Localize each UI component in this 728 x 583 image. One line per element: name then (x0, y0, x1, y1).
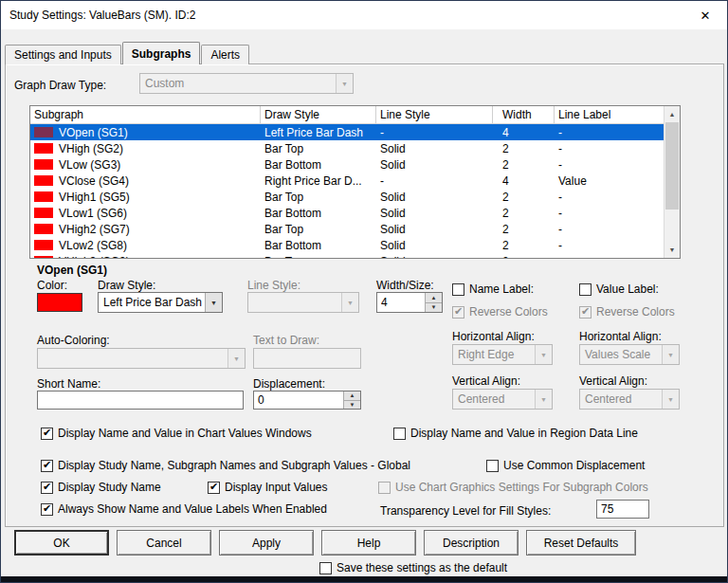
cancel-button[interactable]: Cancel (117, 530, 211, 556)
table-row[interactable]: VLow1 (SG6)Bar BottomSolid2- (30, 205, 680, 221)
table-row[interactable]: VHigh3 (SG9)Bar TopSolid2- (30, 253, 680, 259)
use-common-displacement-text: Use Common Displacement (503, 459, 645, 472)
scroll-up-icon: ▲ (669, 111, 676, 118)
close-button[interactable]: ✕ (683, 1, 727, 29)
value-horizontal-align-select: Values Scale ▼ (579, 344, 680, 365)
use-common-displacement-checkbox[interactable]: ✔ Use Common Displacement (486, 459, 645, 472)
chevron-down-icon: ▼ (535, 390, 552, 409)
ok-button[interactable]: OK (14, 530, 109, 556)
reset-defaults-button[interactable]: Reset Defaults (526, 530, 636, 556)
width-size-spinner[interactable]: ▲ ▼ (376, 292, 443, 313)
checkbox-box: ✔ (486, 460, 499, 472)
subgraph-color-swatch (34, 159, 53, 170)
column-header-line-label[interactable]: Line Label (555, 106, 665, 123)
column-header-draw-style[interactable]: Draw Style (261, 106, 376, 123)
apply-button[interactable]: Apply (219, 530, 314, 556)
column-header-line-style[interactable]: Line Style (376, 106, 493, 123)
tab-subgraphs[interactable]: Subgraphs (122, 42, 201, 64)
always-show-labels-checkbox[interactable]: ✔ Always Show Name and Value Labels When… (41, 502, 327, 516)
spin-up-button[interactable]: ▲ (426, 293, 442, 302)
cell-width: 2 (493, 156, 555, 173)
value-label-text: Value Label: (596, 282, 659, 296)
table-row[interactable]: VLow2 (SG8)Bar BottomSolid2- (30, 237, 680, 253)
subgraph-color-swatch (34, 240, 53, 250)
displacement-spinner[interactable]: ▲ ▼ (253, 391, 361, 410)
cell-line-style: Solid (376, 140, 493, 156)
checkbox-box: ✔ (41, 503, 53, 516)
checkbox-box: ✔ (452, 283, 464, 296)
tab-settings-and-inputs[interactable]: Settings and Inputs (5, 45, 121, 64)
table-row[interactable]: VClose (SG4)Right Price Bar D...-4Value (30, 173, 680, 189)
spin-down-button[interactable]: ▼ (344, 400, 360, 410)
scroll-thumb[interactable] (665, 122, 679, 210)
graph-draw-type-value: Custom (140, 74, 336, 93)
name-vertical-align-label: Vertical Align: (452, 374, 520, 388)
name-vertical-align-value: Centered (453, 390, 535, 409)
display-input-values-checkbox[interactable]: ✔ Display Input Values (208, 481, 328, 494)
displacement-input[interactable] (254, 392, 343, 409)
display-global-checkbox[interactable]: ✔ Display Study Name, Subgraph Names and… (41, 459, 410, 472)
display-study-name-checkbox[interactable]: ✔ Display Study Name (41, 481, 161, 494)
cell-subgraph: VLow1 (SG6) (30, 205, 261, 221)
subgraph-name: VHigh2 (SG7) (59, 223, 130, 236)
window-title: Study Settings: ValueBars (SM). ID:2 (1, 9, 196, 22)
cell-subgraph: VClose (SG4) (30, 173, 261, 189)
draw-style-select[interactable]: Left Price Bar Dash ▼ (98, 292, 223, 313)
graph-draw-type-label: Graph Draw Type: (14, 79, 106, 92)
table-row[interactable]: VHigh2 (SG7)Bar TopSolid2- (30, 221, 680, 237)
check-icon: ✔ (454, 306, 463, 317)
checkbox-box: ✔ (319, 562, 332, 574)
scroll-track[interactable] (664, 210, 680, 242)
column-header-subgraph[interactable]: Subgraph (30, 106, 261, 123)
window-bottom-border (1, 576, 727, 582)
cell-line-style: Solid (376, 253, 493, 259)
table-row[interactable]: VOpen (SG1)Left Price Bar Dash-4- (30, 124, 680, 140)
study-settings-dialog: Study Settings: ValueBars (SM). ID:2 ✕ S… (0, 0, 728, 583)
spin-down-button[interactable]: ▼ (426, 302, 442, 313)
spin-up-button[interactable]: ▲ (344, 392, 360, 400)
subgraph-color-swatch (34, 127, 53, 137)
cell-line-label: - (555, 205, 665, 221)
cell-line-style: Solid (376, 189, 493, 205)
table-scrollbar[interactable]: ▲ ▼ (664, 106, 680, 258)
subgraph-name: VLow1 (SG6) (59, 207, 127, 220)
display-region-data-checkbox[interactable]: ✔ Display Name and Value in Region Data … (393, 427, 638, 440)
color-button[interactable] (37, 293, 82, 312)
transparency-input[interactable] (596, 500, 649, 519)
scroll-up-button[interactable]: ▲ (664, 106, 680, 122)
cell-subgraph: VHigh3 (SG9) (30, 253, 261, 259)
description-button[interactable]: Description (424, 530, 519, 556)
auto-coloring-label: Auto-Coloring: (37, 334, 110, 347)
check-icon: ✔ (43, 460, 51, 470)
width-size-input[interactable] (377, 293, 425, 312)
check-icon: ✔ (43, 428, 51, 438)
cell-draw-style: Bar Top (261, 189, 376, 205)
checkbox-box: ✔ (452, 306, 464, 319)
value-label-checkbox[interactable]: ✔ Value Label: (579, 282, 659, 296)
auto-coloring-value (38, 349, 228, 368)
graph-draw-type-select: Custom ▼ (139, 73, 354, 94)
short-name-input[interactable] (37, 391, 244, 410)
save-default-checkbox[interactable]: ✔ Save these settings as the default (319, 561, 507, 574)
name-label-checkbox[interactable]: ✔ Name Label: (452, 282, 534, 296)
scroll-down-icon: ▼ (669, 246, 676, 253)
chevron-down-icon: ▼ (662, 390, 679, 409)
table-row[interactable]: VLow (SG3)Bar BottomSolid2- (30, 156, 680, 173)
tab-alerts[interactable]: Alerts (201, 45, 249, 64)
table-row[interactable]: VHigh (SG2)Bar TopSolid2- (30, 140, 680, 156)
close-icon: ✕ (701, 9, 711, 23)
help-button[interactable]: Help (321, 530, 416, 556)
cell-line-style: - (376, 124, 493, 140)
column-header-width[interactable]: Width (493, 106, 555, 123)
table-row[interactable]: VHigh1 (SG5)Bar TopSolid2- (30, 189, 680, 205)
name-horizontal-align-select: Right Edge ▼ (452, 344, 553, 365)
checkbox-box: ✔ (579, 306, 592, 319)
cell-line-style: Solid (376, 156, 493, 173)
subgraph-color-swatch (34, 256, 53, 259)
cell-draw-style: Bar Bottom (261, 156, 376, 173)
scroll-down-button[interactable]: ▼ (664, 242, 680, 258)
display-chart-values-checkbox[interactable]: ✔ Display Name and Value in Chart Values… (41, 427, 312, 440)
subgraph-table: SubgraphDraw StyleLine StyleWidthLine La… (29, 105, 681, 259)
cell-draw-style: Bar Bottom (261, 205, 376, 221)
save-default-text: Save these settings as the default (337, 561, 507, 574)
